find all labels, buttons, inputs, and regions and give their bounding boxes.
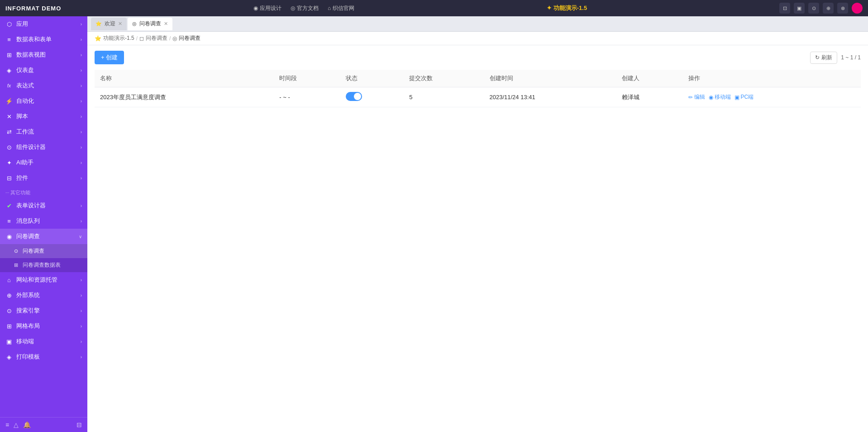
chevron-down-icon: ∨ xyxy=(79,234,82,239)
sidebar-item-hosting[interactable]: ⌂ 网站和资源托管 › xyxy=(0,272,87,288)
status-toggle[interactable] xyxy=(346,92,362,101)
sidebar-item-form-designer[interactable]: ✔ 表单设计器 › xyxy=(0,198,87,213)
sidebar-item-print[interactable]: ◈ 打印模板 › xyxy=(0,349,87,365)
chevron-right-icon: › xyxy=(81,160,82,165)
automation-icon: ⚡ xyxy=(5,97,13,105)
pc-button[interactable]: ▣ PC端 xyxy=(734,93,754,101)
search-icon: ⊙ xyxy=(5,307,13,314)
mobile-button[interactable]: ◉ 移动端 xyxy=(709,93,731,101)
table-header-row: 名称 时间段 状态 提交次数 创建时间 创建人 操作 xyxy=(95,70,861,87)
component-icon: ⊙ xyxy=(5,144,13,151)
col-created-by: 创建人 xyxy=(616,70,683,87)
table-icon: ≡ xyxy=(5,36,13,43)
nav-app-design[interactable]: ◉ 应用设计 xyxy=(253,5,281,12)
chevron-right-icon: › xyxy=(81,278,82,283)
sidebar-item-survey[interactable]: ◉ 问卷调查 ∨ xyxy=(0,229,87,244)
nav-website[interactable]: ⌂ 织信官网 xyxy=(328,5,354,12)
sidebar-item-ai[interactable]: ✦ AI助手 › xyxy=(0,155,87,170)
sidebar: ⬡ 应用 › ≡ 数据表和表单 › ⊞ 数据表视图 › ◈ 仪表盘 › xyxy=(0,16,87,432)
chevron-right-icon: › xyxy=(81,130,82,134)
sidebar-item-message-queue[interactable]: ≡ 消息队列 › xyxy=(0,213,87,229)
external-icon: ⊕ xyxy=(5,292,13,299)
nav-website-icon: ⌂ xyxy=(328,5,331,11)
hosting-icon: ⌂ xyxy=(5,276,13,283)
topbar-icon-user[interactable]: ⊗ xyxy=(837,3,848,14)
topbar-nav: ◉ 应用设计 ◎ 官方文档 ⌂ 织信官网 xyxy=(253,5,354,12)
grid-layout-icon: ⊞ xyxy=(5,322,13,330)
edit-icon: ✏ xyxy=(688,94,693,101)
grid-icon: ⊞ xyxy=(5,51,13,58)
tab-welcome[interactable]: ⭐ 欢迎 ✕ xyxy=(91,18,127,30)
survey-tab-icon: ◎ xyxy=(132,21,137,27)
chevron-right-icon: › xyxy=(81,145,82,150)
controls-icon: ⊟ xyxy=(5,174,13,182)
col-time: 时间段 xyxy=(274,70,340,87)
nav-docs[interactable]: ◎ 官方文档 xyxy=(291,5,319,12)
tab-close-welcome[interactable]: ✕ xyxy=(118,21,122,27)
pc-icon: ▣ xyxy=(734,94,739,101)
chevron-right-icon: › xyxy=(81,22,82,27)
col-status: 状态 xyxy=(340,70,404,87)
cell-created-at: 2023/11/24 13:41 xyxy=(484,87,616,107)
chevron-right-icon: › xyxy=(81,339,82,344)
sidebar-item-script[interactable]: ✕ 脚本 › xyxy=(0,109,87,124)
sidebar-sub-item-survey-list[interactable]: ⊙ 问卷调查 xyxy=(0,244,87,258)
sidebar-bottom: ≡ △ 🔔 ⊟ xyxy=(0,417,87,432)
sidebar-item-search[interactable]: ⊙ 搜索引擎 › xyxy=(0,303,87,318)
chevron-right-icon: › xyxy=(81,37,82,42)
print-icon: ◈ xyxy=(5,353,13,360)
sidebar-section-other: ··· 其它功能 xyxy=(0,186,87,198)
sidebar-item-tableview[interactable]: ⊞ 数据表视图 › xyxy=(0,47,87,62)
chevron-right-icon: › xyxy=(81,203,82,208)
sidebar-item-dashboard[interactable]: ◈ 仪表盘 › xyxy=(0,62,87,78)
topbar-icon-grid[interactable]: ⊡ xyxy=(779,3,790,14)
breadcrumb-table-icon: ◻ xyxy=(139,35,144,42)
chevron-right-icon: › xyxy=(81,114,82,119)
sidebar-sub-survey: ⊙ 问卷调查 ⊞ 问卷调查数据表 xyxy=(0,244,87,272)
sidebar-item-component-designer[interactable]: ⊙ 组件设计器 › xyxy=(0,139,87,155)
sidebar-item-app[interactable]: ⬡ 应用 › xyxy=(0,16,87,32)
dashboard-icon: ◈ xyxy=(5,67,13,74)
chevron-right-icon: › xyxy=(81,99,82,104)
triangle-icon[interactable]: △ xyxy=(14,421,19,428)
star-icon: ⭐ xyxy=(95,21,102,27)
topbar-logo: INFORMAT DEMO xyxy=(5,5,61,12)
ai-icon: ✦ xyxy=(5,159,13,166)
message-icon: ≡ xyxy=(5,217,13,225)
sidebar-item-automation[interactable]: ⚡ 自动化 › xyxy=(0,93,87,109)
app-icon: ⬡ xyxy=(5,20,13,28)
sidebar-item-mobile[interactable]: ▣ 移动端 › xyxy=(0,334,87,349)
sidebar-item-expr[interactable]: fx 表达式 › xyxy=(0,78,87,93)
sidebar-item-workflow[interactable]: ⇄ 工作流 › xyxy=(0,124,87,139)
topbar-icon-circle[interactable]: ⊙ xyxy=(808,3,819,14)
workflow-icon: ⇄ xyxy=(5,128,13,135)
sidebar-item-tables[interactable]: ≡ 数据表和表单 › xyxy=(0,32,87,47)
sidebar-item-controls[interactable]: ⊟ 控件 › xyxy=(0,170,87,186)
refresh-button[interactable]: ↻ 刷新 xyxy=(810,52,837,64)
topbar-icon-window[interactable]: ▣ xyxy=(794,3,805,14)
cell-status xyxy=(340,87,404,107)
create-button[interactable]: + 创建 xyxy=(95,51,124,64)
cell-submit: 5 xyxy=(404,87,484,107)
cell-actions: ✏ 编辑 ◉ 移动端 ▣ PC端 xyxy=(683,87,861,107)
bell-icon[interactable]: 🔔 xyxy=(23,421,31,428)
sidebar-item-external[interactable]: ⊕ 外部系统 › xyxy=(0,288,87,303)
menu-icon[interactable]: ≡ xyxy=(5,421,9,428)
edit-button[interactable]: ✏ 编辑 xyxy=(688,93,705,101)
col-submit: 提交次数 xyxy=(404,70,484,87)
sidebar-sub-item-survey-data[interactable]: ⊞ 问卷调查数据表 xyxy=(0,258,87,272)
refresh-icon: ↻ xyxy=(815,54,820,61)
topbar-icon-plus[interactable]: ⊕ xyxy=(823,3,834,14)
tab-close-survey[interactable]: ✕ xyxy=(164,21,168,27)
cell-name: 2023年度员工满意度调查 xyxy=(95,87,274,107)
avatar[interactable] xyxy=(852,3,863,14)
breadcrumb-survey-icon: ◎ xyxy=(172,35,177,42)
chevron-right-icon: › xyxy=(81,83,82,88)
tab-survey[interactable]: ◎ 问卷调查 ✕ xyxy=(128,18,172,30)
form-icon: ✔ xyxy=(5,202,13,209)
col-actions: 操作 xyxy=(683,70,861,87)
breadcrumb-star-icon: ⭐ xyxy=(95,35,101,42)
sidebar-item-grid[interactable]: ⊞ 网格布局 › xyxy=(0,318,87,334)
collapse-icon[interactable]: ⊟ xyxy=(76,421,82,428)
table-small-icon: ⊞ xyxy=(13,262,19,268)
